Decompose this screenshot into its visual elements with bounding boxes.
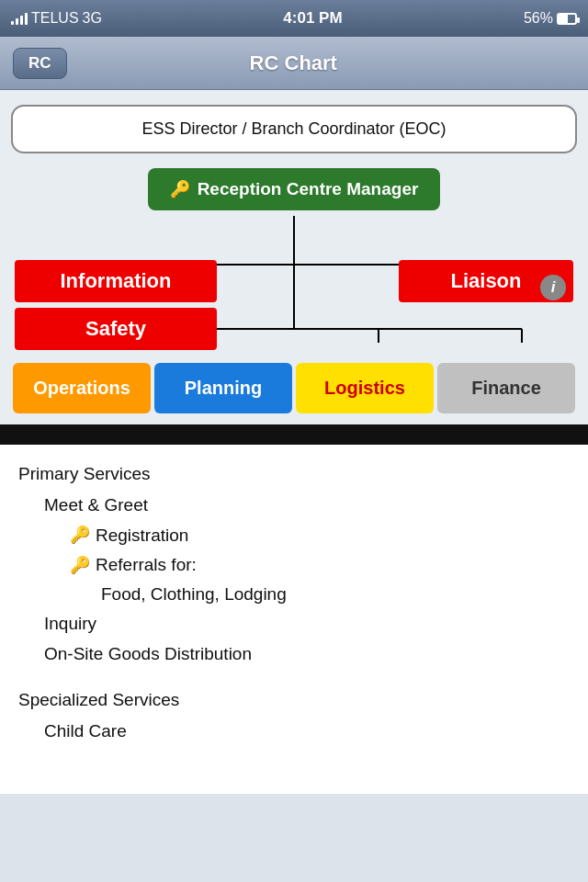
list-item: On-Site Goods Distribution bbox=[18, 639, 570, 669]
director-label: ESS Director / Branch Coordinator (EOC) bbox=[141, 119, 446, 138]
signal-icon bbox=[11, 12, 28, 25]
carrier-label: TELUS bbox=[31, 10, 79, 27]
org-chart: 🔑 Reception Centre Manager Information S… bbox=[11, 168, 577, 413]
status-left: TELUS 3G bbox=[11, 10, 102, 27]
primary-services-title: Primary Services bbox=[18, 459, 570, 489]
list-item: Meet & Greet bbox=[18, 491, 570, 520]
key-emoji-1: 🔑 bbox=[70, 521, 90, 549]
battery-icon bbox=[557, 13, 577, 25]
status-bar: TELUS 3G 4:01 PM 56% bbox=[0, 0, 588, 37]
information-box[interactable]: Information bbox=[15, 260, 217, 302]
specialized-services-title: Specialized Services bbox=[18, 685, 570, 715]
main-content: ESS Director / Branch Coordinator (EOC) bbox=[0, 90, 588, 424]
list-content: Primary Services Meet & Greet 🔑 Registra… bbox=[0, 445, 588, 794]
second-row: Information Safety Liaison i bbox=[11, 260, 577, 350]
rcm-row: 🔑 Reception Centre Manager bbox=[11, 168, 577, 210]
director-box: ESS Director / Branch Coordinator (EOC) bbox=[11, 105, 577, 153]
operations-button[interactable]: Operations bbox=[13, 363, 151, 413]
rcm-label: Reception Centre Manager bbox=[198, 179, 419, 199]
logistics-button[interactable]: Logistics bbox=[296, 363, 434, 413]
planning-button[interactable]: Planning bbox=[154, 363, 292, 413]
list-item: Inquiry bbox=[18, 609, 570, 639]
back-button[interactable]: RC bbox=[13, 48, 67, 79]
departments-row: Operations Planning Logistics Finance bbox=[11, 363, 577, 413]
list-item-deep: Food, Clothing, Lodging bbox=[18, 580, 570, 609]
list-item-key: 🔑 Registration bbox=[18, 521, 570, 550]
network-label: 3G bbox=[83, 10, 102, 27]
info-button[interactable]: i bbox=[540, 275, 566, 300]
safety-box[interactable]: Safety bbox=[15, 308, 217, 350]
page-title: RC Chart bbox=[67, 51, 520, 75]
rcm-box[interactable]: 🔑 Reception Centre Manager bbox=[148, 168, 441, 210]
status-right: 56% bbox=[524, 10, 577, 27]
nav-bar: RC RC Chart bbox=[0, 37, 588, 90]
finance-button[interactable]: Finance bbox=[437, 363, 575, 413]
list-item-key: 🔑 Referrals for: bbox=[18, 550, 570, 580]
battery-label: 56% bbox=[524, 10, 553, 27]
time-label: 4:01 PM bbox=[283, 9, 342, 28]
divider-bar bbox=[0, 424, 588, 445]
key-emoji-2: 🔑 bbox=[70, 551, 90, 580]
list-item: Child Care bbox=[18, 717, 570, 746]
left-boxes: Information Safety bbox=[15, 260, 217, 350]
key-icon: 🔑 bbox=[170, 179, 190, 199]
